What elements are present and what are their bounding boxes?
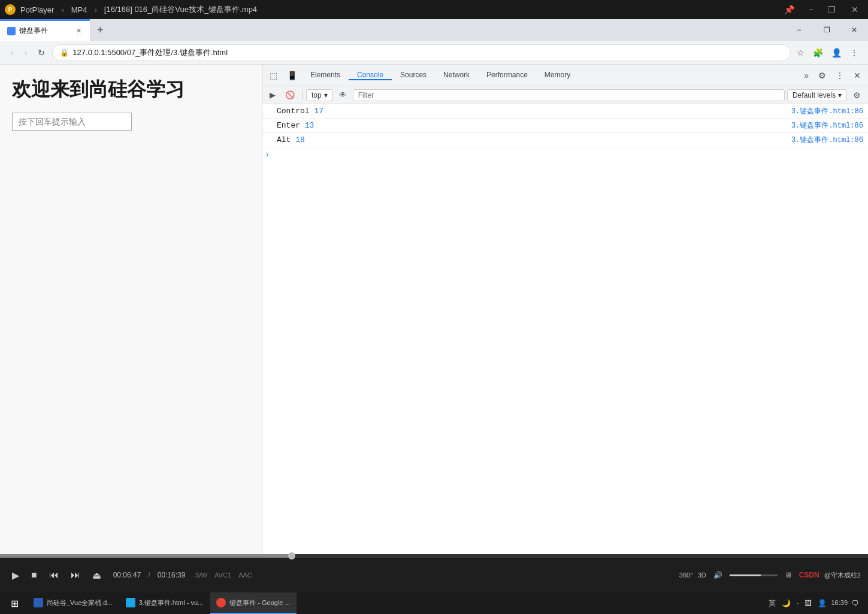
devtools-settings-button[interactable]: ⚙ xyxy=(813,68,831,83)
eye-button[interactable]: 👁 xyxy=(335,89,350,101)
tab-network[interactable]: Network xyxy=(435,71,478,80)
player-icon2[interactable]: 🖥 xyxy=(782,571,794,579)
3d-label: 3D xyxy=(698,571,706,579)
next-button[interactable]: ⏭ xyxy=(66,567,85,583)
pin-button[interactable]: 📌 xyxy=(781,4,798,16)
log-level-label: Default levels xyxy=(793,91,836,99)
url-bar[interactable]: 🔒 127.0.0.1:5500/07_事件处理/3.键盘事件.html xyxy=(52,44,791,61)
devtools-close-button[interactable]: ✕ xyxy=(849,68,866,83)
bookmark-icon[interactable]: ☆ xyxy=(794,46,807,60)
new-tab-button[interactable]: + xyxy=(90,19,111,41)
player-progress-bar[interactable] xyxy=(0,554,868,558)
player-icon1[interactable]: 🔊 xyxy=(711,571,725,579)
player-controls: ▶ ■ ⏮ ⏭ ⏏ 00:06:47 / 00:16:39 S/W AVC1 A… xyxy=(0,558,868,592)
close-tab-button[interactable]: ✕ xyxy=(75,26,83,36)
device-toolbar-button[interactable]: 📱 xyxy=(282,68,302,83)
address-right: ☆ 🧩 👤 ⋮ xyxy=(794,46,861,60)
tabbar-spacer xyxy=(111,19,785,41)
console-msg-control: Control 17 xyxy=(274,107,791,116)
notification-button[interactable]: 🗨 xyxy=(850,599,861,607)
source-link-enter[interactable]: 3.键盘事件.html:86 xyxy=(791,120,868,131)
taskbar-item-word[interactable]: 尚硅谷_Vue全家桶.d... xyxy=(28,592,119,614)
devtools-dots-button[interactable]: ⋮ xyxy=(831,68,849,83)
volume-slider[interactable] xyxy=(730,574,778,576)
context-value: top xyxy=(311,91,322,99)
console-msg-enter: Enter 13 xyxy=(274,121,791,130)
title-separator: › xyxy=(61,5,63,14)
title-separator2: › xyxy=(94,5,96,14)
console-row-alt: Alt 18 3.键盘事件.html:86 xyxy=(262,133,868,147)
taskbar-item-word-label: 尚硅谷_Vue全家桶.d... xyxy=(47,598,113,607)
console-prompt-chevron[interactable]: › xyxy=(265,150,270,159)
browser-close-button[interactable]: ✕ xyxy=(840,19,868,41)
play-button[interactable]: ▶ xyxy=(7,567,24,583)
lock-icon: 🔒 xyxy=(60,49,69,57)
browser-restore-button[interactable]: ❐ xyxy=(813,19,840,41)
restore-button[interactable]: ❐ xyxy=(824,4,839,16)
start-button[interactable]: ⊞ xyxy=(2,592,26,614)
console-row-enter: Enter 13 3.键盘事件.html:86 xyxy=(262,119,868,133)
context-selector[interactable]: top ▾ xyxy=(306,89,333,101)
tab-memory[interactable]: Memory xyxy=(536,71,579,80)
devtools-panel: ⬚ 📱 Elements Console Sources Network Per… xyxy=(262,65,868,556)
user-label: @守木成柱2 xyxy=(824,571,861,580)
prev-button[interactable]: ⏮ xyxy=(44,567,63,583)
tray-icon1[interactable]: 🌙 xyxy=(780,599,793,607)
console-settings-button[interactable]: ⚙ xyxy=(849,89,864,101)
console-toolbar: ▶ 🚫 top ▾ 👁 Default levels ▾ ⚙ xyxy=(262,86,868,104)
devtools-more-button[interactable]: » xyxy=(799,68,813,83)
console-filter-input[interactable] xyxy=(353,89,785,101)
progress-thumb[interactable] xyxy=(288,552,295,559)
reload-button[interactable]: ↻ xyxy=(34,46,49,60)
taskbar-item-vscode[interactable]: 3.键盘事件.html - vu... xyxy=(120,592,210,614)
extensions-icon[interactable]: 🧩 xyxy=(810,46,825,60)
potplayer-logo: P xyxy=(5,4,16,15)
taskbar-item-vscode-label: 3.键盘事件.html - vu... xyxy=(139,598,204,607)
potplayer-name: PotPlayer xyxy=(20,5,54,14)
eject-button[interactable]: ⏏ xyxy=(87,567,106,583)
player-section: ▶ ■ ⏮ ⏭ ⏏ 00:06:47 / 00:16:39 S/W AVC1 A… xyxy=(0,554,868,592)
back-button[interactable]: ‹ xyxy=(7,46,17,60)
forward-button[interactable]: › xyxy=(21,46,31,60)
url-text: 127.0.0.1:5500/07_事件处理/3.键盘事件.html xyxy=(72,47,783,58)
tab-elements[interactable]: Elements xyxy=(302,71,349,80)
codec-audio-tag: AAC xyxy=(236,571,255,579)
source-link-control[interactable]: 3.键盘事件.html:86 xyxy=(791,106,868,116)
tab-favicon xyxy=(7,27,16,35)
tab-sources[interactable]: Sources xyxy=(392,71,435,80)
profile-icon[interactable]: 👤 xyxy=(829,46,844,60)
page-content: 欢迎来到尚硅谷学习 xyxy=(0,65,262,556)
console-stop-button[interactable]: 🚫 xyxy=(282,89,298,101)
word-icon xyxy=(34,598,43,607)
vscode-icon xyxy=(126,598,135,607)
log-level-dropdown-icon: ▾ xyxy=(838,91,842,99)
titlebar-right: 📌 − ❐ ✕ xyxy=(781,4,863,16)
minimize-button[interactable]: − xyxy=(805,4,817,16)
tray-icon4[interactable]: 👤 xyxy=(816,599,828,607)
browser-window-controls: − ❐ ✕ xyxy=(785,19,868,41)
tray-icon2[interactable]: · xyxy=(795,599,800,607)
degrees-label: 360° xyxy=(679,571,693,579)
tab-console[interactable]: Console xyxy=(349,71,392,80)
close-button[interactable]: ✕ xyxy=(846,4,863,16)
keyboard-input[interactable] xyxy=(12,113,132,131)
systray: 英 🌙 · 🖼 👤 xyxy=(767,598,828,609)
system-clock: 16:39 xyxy=(831,598,848,607)
taskbar-right: 英 🌙 · 🖼 👤 16:39 🗨 xyxy=(767,598,866,609)
browser-tabbar: 键盘事件 ✕ + − ❐ ✕ xyxy=(0,19,868,41)
source-link-alt[interactable]: 3.键盘事件.html:86 xyxy=(791,135,868,145)
sw-tag: S/W xyxy=(192,571,210,579)
log-level-selector[interactable]: Default levels ▾ xyxy=(787,89,847,101)
stop-button[interactable]: ■ xyxy=(26,567,42,583)
tray-icon3[interactable]: 🖼 xyxy=(803,599,813,607)
devtools-tabs: Elements Console Sources Network Perform… xyxy=(302,71,799,80)
more-icon[interactable]: ⋮ xyxy=(848,46,861,60)
inspect-element-button[interactable]: ⬚ xyxy=(265,68,282,83)
tab-performance[interactable]: Performance xyxy=(478,71,536,80)
taskbar-item-chrome[interactable]: 键盘事件 - Google ... xyxy=(210,592,296,614)
browser-tab-keyboard[interactable]: 键盘事件 ✕ xyxy=(0,19,90,41)
console-output: Control 17 3.键盘事件.html:86 Enter 13 3.键盘事… xyxy=(262,104,868,556)
lang-indicator[interactable]: 英 xyxy=(767,598,778,609)
console-play-button[interactable]: ▶ xyxy=(266,89,279,101)
browser-minimize-button[interactable]: − xyxy=(785,19,813,41)
